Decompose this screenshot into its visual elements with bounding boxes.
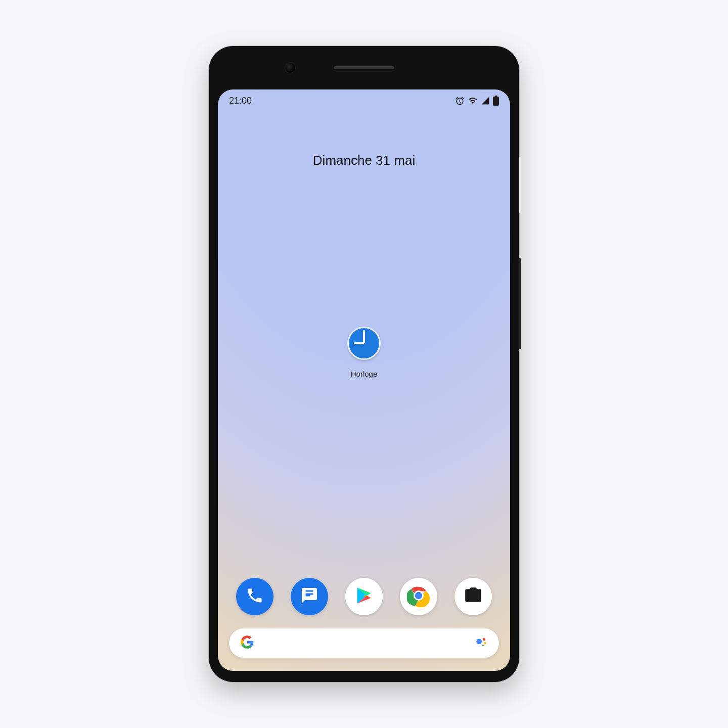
phone-screen[interactable]: 21:00 Dimanche 31 mai	[218, 89, 510, 671]
play-store-icon	[354, 586, 374, 607]
wifi-icon	[468, 96, 478, 105]
phone-icon	[246, 586, 264, 607]
messages-icon	[300, 586, 318, 607]
clock-icon	[343, 322, 385, 365]
chrome-icon	[407, 584, 430, 609]
signal-icon	[481, 96, 490, 105]
svg-rect-0	[493, 97, 499, 106]
phone-frame: 21:00 Dimanche 31 mai	[209, 46, 519, 682]
status-time: 21:00	[229, 96, 252, 106]
svg-point-8	[484, 642, 486, 644]
svg-point-6	[476, 639, 482, 645]
date-widget[interactable]: Dimanche 31 mai	[218, 153, 510, 168]
svg-rect-1	[495, 96, 497, 97]
front-camera	[285, 62, 296, 73]
dock-app-camera[interactable]	[454, 578, 492, 615]
dock-app-phone[interactable]	[236, 578, 274, 615]
dock-app-play-store[interactable]	[345, 578, 383, 615]
power-button[interactable]	[519, 157, 521, 213]
speaker-grill	[334, 66, 394, 69]
battery-icon	[493, 96, 499, 106]
volume-rocker[interactable]	[519, 258, 521, 349]
dock-app-chrome[interactable]	[400, 578, 437, 615]
dock-app-messages[interactable]	[291, 578, 328, 615]
date-text: Dimanche 31 mai	[313, 153, 415, 168]
alarm-icon	[455, 96, 465, 106]
camera-icon	[464, 586, 483, 607]
google-assistant-icon[interactable]	[475, 635, 488, 651]
app-shortcut-clock[interactable]: Horloge	[218, 322, 510, 378]
google-search-bar[interactable]	[229, 628, 499, 658]
phone-bezel-top	[209, 46, 519, 89]
app-label-clock: Horloge	[351, 370, 378, 378]
status-bar[interactable]: 21:00	[218, 89, 510, 112]
status-indicators	[455, 96, 499, 106]
svg-point-7	[483, 638, 485, 641]
dock	[218, 578, 510, 615]
svg-point-9	[482, 645, 484, 646]
google-g-icon	[240, 635, 254, 651]
